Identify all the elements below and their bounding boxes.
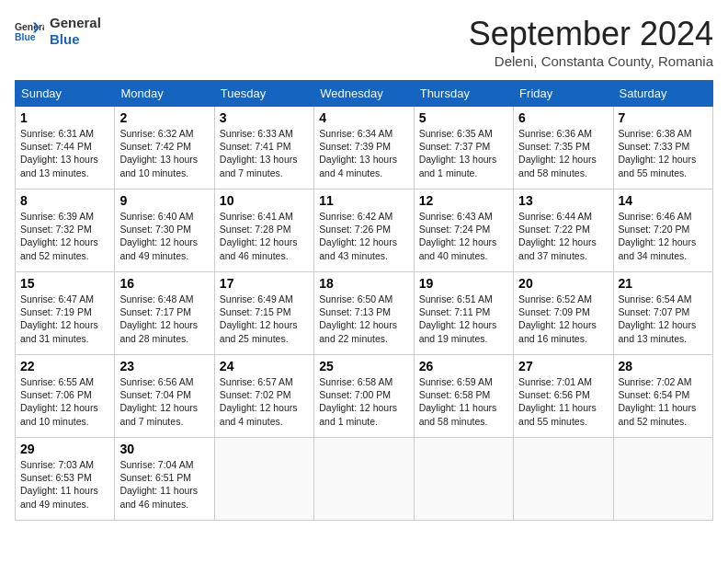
- calendar-body: 1Sunrise: 6:31 AMSunset: 7:44 PMDaylight…: [16, 107, 713, 521]
- day-sun-info: Sunrise: 6:31 AMSunset: 7:44 PMDaylight:…: [20, 127, 109, 179]
- day-number: 11: [319, 193, 408, 208]
- calendar-day-cell: 15Sunrise: 6:47 AMSunset: 7:19 PMDayligh…: [16, 272, 115, 355]
- weekday-header-cell: Sunday: [16, 81, 115, 107]
- title-block: September 2024 Deleni, Constanta County,…: [469, 15, 713, 69]
- day-sun-info: Sunrise: 6:58 AMSunset: 7:00 PMDaylight:…: [319, 375, 408, 428]
- day-sun-info: Sunrise: 6:41 AMSunset: 7:28 PMDaylight:…: [220, 210, 309, 262]
- calendar-day-cell: 23Sunrise: 6:56 AMSunset: 7:04 PMDayligh…: [115, 355, 214, 438]
- day-sun-info: Sunrise: 6:49 AMSunset: 7:15 PMDaylight:…: [220, 293, 309, 345]
- day-number: 12: [419, 193, 508, 208]
- day-number: 10: [220, 193, 309, 208]
- calendar-day-cell: 27Sunrise: 7:01 AMSunset: 6:56 PMDayligh…: [514, 355, 613, 438]
- calendar-day-cell: 11Sunrise: 6:42 AMSunset: 7:26 PMDayligh…: [314, 190, 414, 272]
- day-sun-info: Sunrise: 6:38 AMSunset: 7:33 PMDaylight:…: [619, 127, 708, 179]
- day-sun-info: Sunrise: 6:50 AMSunset: 7:13 PMDaylight:…: [319, 293, 408, 345]
- day-number: 15: [20, 276, 109, 291]
- day-sun-info: Sunrise: 6:59 AMSunset: 6:58 PMDaylight:…: [419, 375, 508, 428]
- day-number: 29: [20, 442, 109, 456]
- day-number: 16: [119, 276, 209, 291]
- day-sun-info: Sunrise: 6:35 AMSunset: 7:37 PMDaylight:…: [419, 127, 508, 179]
- calendar-day-cell: 16Sunrise: 6:48 AMSunset: 7:17 PMDayligh…: [115, 272, 214, 355]
- day-sun-info: Sunrise: 6:43 AMSunset: 7:24 PMDaylight:…: [419, 210, 508, 262]
- day-sun-info: Sunrise: 6:32 AMSunset: 7:42 PMDaylight:…: [119, 127, 209, 179]
- calendar-day-cell: 26Sunrise: 6:59 AMSunset: 6:58 PMDayligh…: [414, 355, 513, 438]
- day-sun-info: Sunrise: 6:57 AMSunset: 7:02 PMDaylight:…: [220, 375, 309, 428]
- day-number: 28: [619, 359, 708, 373]
- day-sun-info: Sunrise: 6:54 AMSunset: 7:07 PMDaylight:…: [619, 293, 708, 345]
- calendar-week-row: 1Sunrise: 6:31 AMSunset: 7:44 PMDaylight…: [16, 107, 713, 190]
- calendar-day-cell: 28Sunrise: 7:02 AMSunset: 6:54 PMDayligh…: [613, 355, 712, 438]
- calendar-day-cell: 18Sunrise: 6:50 AMSunset: 7:13 PMDayligh…: [314, 272, 414, 355]
- day-number: 30: [119, 442, 209, 456]
- weekday-header-cell: Friday: [514, 81, 613, 107]
- calendar-day-cell: 29Sunrise: 7:03 AMSunset: 6:53 PMDayligh…: [16, 438, 115, 521]
- calendar-day-cell: 5Sunrise: 6:35 AMSunset: 7:37 PMDaylight…: [414, 107, 513, 190]
- day-sun-info: Sunrise: 6:48 AMSunset: 7:17 PMDaylight:…: [119, 293, 209, 345]
- calendar-day-cell: 30Sunrise: 7:04 AMSunset: 6:51 PMDayligh…: [115, 438, 214, 521]
- calendar-week-row: 8Sunrise: 6:39 AMSunset: 7:32 PMDaylight…: [16, 190, 713, 272]
- day-number: 23: [119, 359, 209, 373]
- calendar-day-cell: 7Sunrise: 6:38 AMSunset: 7:33 PMDaylight…: [613, 107, 712, 190]
- logo: General Blue General Blue: [15, 15, 101, 48]
- day-number: 27: [518, 359, 608, 373]
- calendar-day-cell: 19Sunrise: 6:51 AMSunset: 7:11 PMDayligh…: [414, 272, 513, 355]
- weekday-header-cell: Monday: [115, 81, 214, 107]
- day-number: 18: [319, 276, 408, 291]
- weekday-header-cell: Tuesday: [214, 81, 313, 107]
- weekday-header-row: SundayMondayTuesdayWednesdayThursdayFrid…: [16, 81, 713, 107]
- day-sun-info: Sunrise: 6:39 AMSunset: 7:32 PMDaylight:…: [20, 210, 109, 262]
- day-sun-info: Sunrise: 6:47 AMSunset: 7:19 PMDaylight:…: [20, 293, 109, 345]
- day-sun-info: Sunrise: 7:03 AMSunset: 6:53 PMDaylight:…: [20, 458, 109, 511]
- logo-blue-text: Blue: [50, 31, 101, 48]
- day-number: 13: [518, 193, 608, 208]
- svg-text:Blue: Blue: [15, 32, 36, 42]
- calendar-day-cell: [514, 438, 613, 521]
- calendar-day-cell: 21Sunrise: 6:54 AMSunset: 7:07 PMDayligh…: [613, 272, 712, 355]
- calendar-day-cell: 20Sunrise: 6:52 AMSunset: 7:09 PMDayligh…: [514, 272, 613, 355]
- calendar-week-row: 29Sunrise: 7:03 AMSunset: 6:53 PMDayligh…: [16, 438, 713, 521]
- day-number: 7: [619, 110, 708, 125]
- calendar-week-row: 22Sunrise: 6:55 AMSunset: 7:06 PMDayligh…: [16, 355, 713, 438]
- day-number: 3: [220, 110, 309, 125]
- day-number: 21: [619, 276, 708, 291]
- calendar-day-cell: [414, 438, 513, 521]
- calendar-day-cell: 13Sunrise: 6:44 AMSunset: 7:22 PMDayligh…: [514, 190, 613, 272]
- day-number: 8: [20, 193, 109, 208]
- weekday-header-cell: Wednesday: [314, 81, 414, 107]
- page-header: General Blue General Blue September 2024…: [15, 15, 713, 69]
- day-sun-info: Sunrise: 7:02 AMSunset: 6:54 PMDaylight:…: [619, 375, 708, 428]
- day-sun-info: Sunrise: 6:34 AMSunset: 7:39 PMDaylight:…: [319, 127, 408, 179]
- day-sun-info: Sunrise: 6:52 AMSunset: 7:09 PMDaylight:…: [518, 293, 608, 345]
- day-sun-info: Sunrise: 7:04 AMSunset: 6:51 PMDaylight:…: [119, 458, 209, 511]
- day-number: 5: [419, 110, 508, 125]
- calendar-day-cell: [214, 438, 313, 521]
- day-number: 4: [319, 110, 408, 125]
- calendar-day-cell: 1Sunrise: 6:31 AMSunset: 7:44 PMDaylight…: [16, 107, 115, 190]
- calendar-day-cell: [314, 438, 414, 521]
- day-number: 22: [20, 359, 109, 373]
- calendar-day-cell: 8Sunrise: 6:39 AMSunset: 7:32 PMDaylight…: [16, 190, 115, 272]
- svg-text:General: General: [15, 22, 44, 32]
- calendar-day-cell: 2Sunrise: 6:32 AMSunset: 7:42 PMDaylight…: [115, 107, 214, 190]
- calendar-table: SundayMondayTuesdayWednesdayThursdayFrid…: [15, 80, 713, 521]
- day-number: 1: [20, 110, 109, 125]
- calendar-day-cell: 24Sunrise: 6:57 AMSunset: 7:02 PMDayligh…: [214, 355, 313, 438]
- logo-general-text: General: [50, 15, 101, 31]
- day-sun-info: Sunrise: 6:51 AMSunset: 7:11 PMDaylight:…: [419, 293, 508, 345]
- day-number: 26: [419, 359, 508, 373]
- calendar-day-cell: 4Sunrise: 6:34 AMSunset: 7:39 PMDaylight…: [314, 107, 414, 190]
- day-sun-info: Sunrise: 6:33 AMSunset: 7:41 PMDaylight:…: [220, 127, 309, 179]
- day-number: 17: [220, 276, 309, 291]
- day-sun-info: Sunrise: 7:01 AMSunset: 6:56 PMDaylight:…: [518, 375, 608, 428]
- day-sun-info: Sunrise: 6:46 AMSunset: 7:20 PMDaylight:…: [619, 210, 708, 262]
- calendar-day-cell: [613, 438, 712, 521]
- weekday-header-cell: Thursday: [414, 81, 513, 107]
- day-sun-info: Sunrise: 6:55 AMSunset: 7:06 PMDaylight:…: [20, 375, 109, 428]
- calendar-day-cell: 10Sunrise: 6:41 AMSunset: 7:28 PMDayligh…: [214, 190, 313, 272]
- calendar-day-cell: 6Sunrise: 6:36 AMSunset: 7:35 PMDaylight…: [514, 107, 613, 190]
- calendar-day-cell: 22Sunrise: 6:55 AMSunset: 7:06 PMDayligh…: [16, 355, 115, 438]
- day-number: 19: [419, 276, 508, 291]
- calendar-day-cell: 12Sunrise: 6:43 AMSunset: 7:24 PMDayligh…: [414, 190, 513, 272]
- day-sun-info: Sunrise: 6:56 AMSunset: 7:04 PMDaylight:…: [119, 375, 209, 428]
- calendar-day-cell: 25Sunrise: 6:58 AMSunset: 7:00 PMDayligh…: [314, 355, 414, 438]
